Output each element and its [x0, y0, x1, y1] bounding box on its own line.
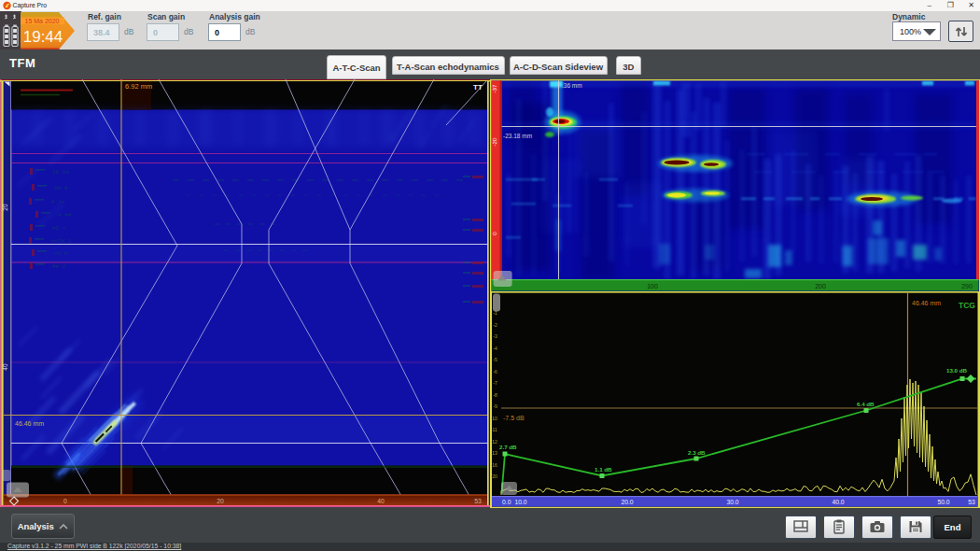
svg-text:-4: -4	[493, 346, 497, 351]
svg-text:2.3 dB: 2.3 dB	[688, 449, 706, 456]
svg-text:## 2: ## 2	[52, 263, 66, 270]
svg-text:20.0: 20.0	[621, 499, 633, 505]
svg-text:-12: -12	[491, 439, 498, 445]
svg-text:6.92 mm: 6.92 mm	[125, 82, 152, 91]
svg-text:-20: -20	[491, 473, 498, 479]
svg-text:-8: -8	[493, 392, 497, 398]
svg-text:38 mm: 38 mm	[52, 169, 69, 176]
svg-text:TCG: TCG	[959, 301, 975, 310]
svg-text:-5: -5	[493, 357, 497, 362]
svg-text:TT: TT	[473, 83, 483, 92]
svg-text:.36 mm: .36 mm	[562, 82, 582, 89]
svg-text:53: 53	[474, 498, 482, 504]
svg-text:0.0: 0.0	[502, 499, 511, 505]
svg-text:#2 =: #2 =	[52, 225, 66, 232]
svg-text:1.1 dB: 1.1 dB	[595, 466, 612, 473]
svg-text:-37: -37	[491, 84, 497, 93]
svg-text:15 Ma 2020: 15 Ma 2020	[25, 18, 60, 24]
svg-text:#=28.2: #=28.2	[51, 238, 72, 245]
svg-text:# 1=: # 1=	[51, 199, 65, 205]
svg-text:100: 100	[647, 283, 658, 290]
svg-text:1# #-: 1# #-	[54, 185, 71, 191]
svg-text:-16: -16	[491, 462, 498, 468]
svg-text:46.46 mm: 46.46 mm	[912, 300, 941, 306]
svg-text:53: 53	[968, 499, 975, 505]
svg-text:40: 40	[377, 498, 385, 504]
svg-text:20: 20	[2, 204, 8, 211]
svg-text:30.0: 30.0	[726, 499, 738, 505]
svg-text:-20: -20	[491, 137, 497, 147]
svg-text:4 ##: 4 ##	[58, 212, 72, 219]
svg-text:200: 200	[815, 283, 826, 290]
svg-text:10.0: 10.0	[514, 499, 526, 505]
svg-text:40.0: 40.0	[832, 499, 844, 505]
svg-text:-23.18 mm: -23.18 mm	[503, 133, 532, 139]
svg-text:-11: -11	[491, 427, 497, 432]
svg-text:40: 40	[2, 363, 8, 371]
svg-text:=3 #: =3 #	[54, 250, 68, 257]
svg-text:13.0 dB: 13.0 dB	[946, 367, 968, 374]
svg-text:6.4 dB: 6.4 dB	[857, 401, 875, 407]
svg-text:-2: -2	[493, 322, 497, 328]
svg-text:46.46 mm: 46.46 mm	[15, 420, 44, 427]
svg-text:0: 0	[491, 232, 497, 235]
svg-text:-9: -9	[493, 403, 497, 409]
svg-text:19:44: 19:44	[23, 28, 63, 46]
svg-text:0: 0	[63, 498, 67, 504]
svg-text:-13: -13	[491, 450, 498, 456]
svg-text:50.0: 50.0	[937, 499, 949, 505]
svg-text:-6: -6	[493, 369, 497, 374]
svg-text:290: 290	[961, 283, 973, 290]
svg-text:-3: -3	[493, 333, 497, 339]
svg-text:20: 20	[217, 498, 224, 504]
svg-text:-7: -7	[493, 380, 497, 386]
svg-text:2.7 dB: 2.7 dB	[499, 444, 517, 450]
svg-text:-7.5 dB: -7.5 dB	[503, 415, 525, 421]
svg-text:-10: -10	[491, 416, 498, 421]
